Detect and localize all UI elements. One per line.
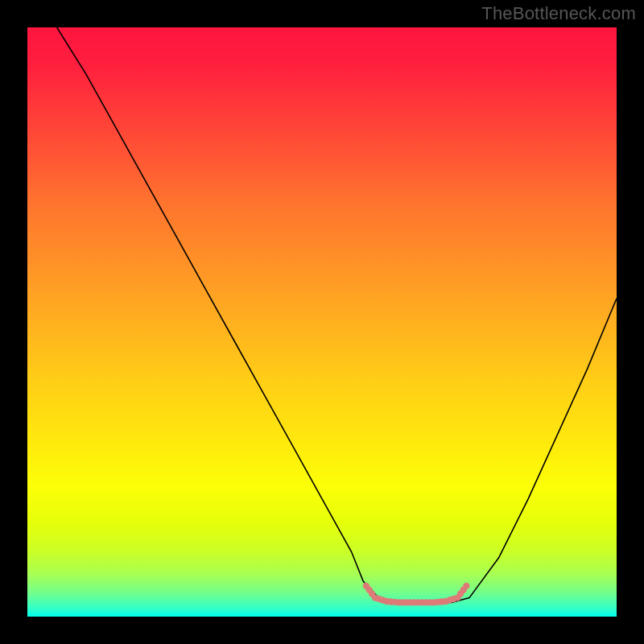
- bottleneck-curve: [57, 27, 617, 602]
- svg-point-27: [463, 583, 469, 589]
- curve-layer: [27, 27, 617, 617]
- plot-area: [27, 27, 617, 617]
- watermark-text: TheBottleneck.com: [481, 3, 636, 24]
- chart-container: TheBottleneck.com: [0, 0, 644, 644]
